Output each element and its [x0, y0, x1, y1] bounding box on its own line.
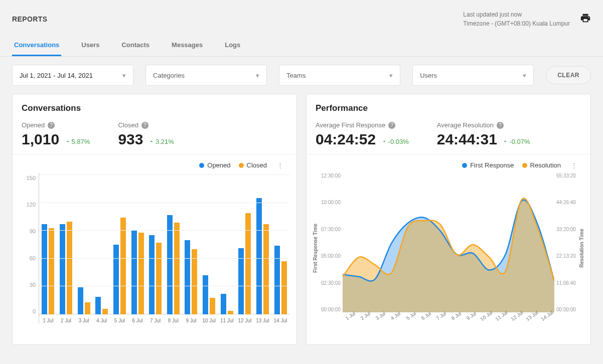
bar-closed: [120, 218, 126, 314]
area-plot: [343, 173, 554, 312]
legend-first-response: First Response: [462, 161, 514, 169]
categories-placeholder: Categories: [153, 72, 185, 79]
bar-group: [93, 297, 111, 314]
conversations-title: Conversations: [22, 103, 287, 113]
arrow-up-icon: [148, 138, 155, 144]
bar-closed: [85, 302, 90, 314]
help-icon[interactable]: ?: [497, 122, 504, 129]
x-tick: 11 Jul: [218, 318, 236, 323]
bar-opened: [256, 198, 262, 314]
bar-group: [57, 222, 75, 314]
performance-card: Performance Average First Response ? 04:…: [306, 94, 591, 345]
help-icon[interactable]: ?: [48, 122, 55, 129]
x-tick: 1 Jul: [39, 318, 57, 323]
bar-closed: [228, 311, 233, 314]
metric-first-response: Average First Response ? 04:24:52 -0.03%: [316, 121, 409, 148]
x-tick: 3 Jul: [75, 318, 93, 323]
bar-closed: [102, 309, 108, 314]
tab-conversations[interactable]: Conversations: [12, 35, 61, 56]
bar-group: [75, 287, 93, 314]
x-tick: 6 Jul: [128, 318, 146, 323]
bar-group: [218, 294, 236, 314]
bar-group: [200, 275, 218, 314]
area-resolution: [343, 198, 554, 312]
bar-y-axis: 1501209060300: [20, 173, 39, 323]
arrow-down-icon: [502, 138, 508, 144]
metric-opened: Opened ? 1,010 5.87%: [22, 121, 90, 148]
help-icon[interactable]: ?: [141, 122, 148, 129]
bar-closed: [281, 261, 287, 314]
x-tick: 10 Jul: [200, 318, 218, 323]
x-tick: 9 Jul: [182, 318, 200, 323]
status-block: Last updated just now Timezone - (GMT+08…: [463, 10, 570, 28]
bar-group: [236, 213, 254, 314]
bar-opened: [60, 224, 65, 314]
first-response-value: 04:24:52: [316, 131, 376, 148]
dot-icon: [522, 163, 527, 168]
bar-closed: [156, 243, 162, 314]
bar-opened: [221, 294, 226, 314]
bar-group: [111, 218, 129, 314]
closed-label: Closed: [118, 121, 138, 129]
legend-closed: Closed: [239, 161, 267, 169]
categories-select[interactable]: Categories ▾: [145, 65, 267, 86]
opened-delta: 5.87%: [65, 138, 90, 145]
date-range-select[interactable]: Jul 1, 2021 - Jul 14, 2021 ▾: [12, 65, 133, 86]
chevron-down-icon: ▾: [389, 72, 393, 79]
resolution-value: 24:44:31: [437, 131, 497, 148]
closed-delta: 3.21%: [148, 138, 174, 145]
report-tabs: ConversationsUsersContactsMessagesLogs: [0, 35, 603, 57]
x-tick: 12 Jul: [236, 318, 254, 323]
x-tick: 2 Jul: [57, 318, 75, 323]
x-tick: 4 Jul: [93, 318, 111, 323]
bar-opened: [113, 245, 119, 314]
bar-plot: 1 Jul2 Jul3 Jul4 Jul5 Jul6 Jul7 Jul8 Jul…: [39, 173, 289, 323]
bar-opened: [131, 231, 137, 314]
first-response-label: Average First Response: [316, 121, 385, 129]
arrow-down-icon: [381, 138, 387, 144]
x-tick: 13 Jul: [254, 318, 272, 323]
bar-opened: [78, 287, 83, 314]
timezone-text: Timezone - (GMT+08:00) Kuala Lumpur: [463, 19, 570, 28]
y2-axis-label: Resolution Time: [579, 229, 584, 268]
bar-opened: [274, 246, 280, 314]
bar-closed: [263, 224, 269, 314]
print-icon[interactable]: [580, 13, 591, 26]
teams-select[interactable]: Teams ▾: [279, 65, 400, 86]
bar-closed: [210, 298, 215, 314]
resolution-delta: -0.07%: [502, 138, 530, 145]
arrow-up-icon: [65, 138, 71, 144]
bar-closed: [174, 223, 180, 314]
users-placeholder: Users: [420, 72, 437, 79]
dot-icon: [462, 163, 467, 168]
chart-menu-icon[interactable]: ⋮: [569, 161, 579, 169]
bar-opened: [149, 235, 155, 314]
bar-opened: [203, 275, 208, 314]
tab-users[interactable]: Users: [79, 35, 101, 56]
bar-group: [39, 224, 57, 314]
chevron-down-icon: ▾: [122, 72, 126, 79]
tab-contacts[interactable]: Contacts: [119, 35, 152, 56]
users-select[interactable]: Users ▾: [412, 65, 534, 86]
x-tick: 5 Jul: [111, 318, 129, 323]
tab-logs[interactable]: Logs: [223, 35, 242, 56]
performance-title: Performance: [316, 103, 581, 113]
x-tick: 14 Jul: [271, 318, 289, 323]
legend-opened: Opened: [199, 161, 230, 169]
opened-label: Opened: [22, 121, 45, 129]
area-x-axis: 1 Jul2 Jul3 Jul4 Jul5 Jul6 Jul7 Jul8 Jul…: [343, 317, 554, 323]
bar-closed: [49, 228, 54, 314]
bar-group: [128, 231, 146, 314]
chart-menu-icon[interactable]: ⋮: [275, 161, 285, 169]
bar-closed: [67, 222, 72, 314]
bar-group: [254, 198, 272, 314]
bar-opened: [42, 224, 47, 314]
clear-button[interactable]: CLEAR: [546, 66, 591, 84]
x-tick: 8 Jul: [164, 318, 182, 323]
dot-icon: [199, 163, 204, 168]
legend-resolution: Resolution: [522, 161, 561, 169]
x-tick: 7 Jul: [146, 318, 165, 323]
tab-messages[interactable]: Messages: [170, 35, 205, 56]
bar-group: [146, 235, 165, 314]
help-icon[interactable]: ?: [388, 122, 395, 129]
